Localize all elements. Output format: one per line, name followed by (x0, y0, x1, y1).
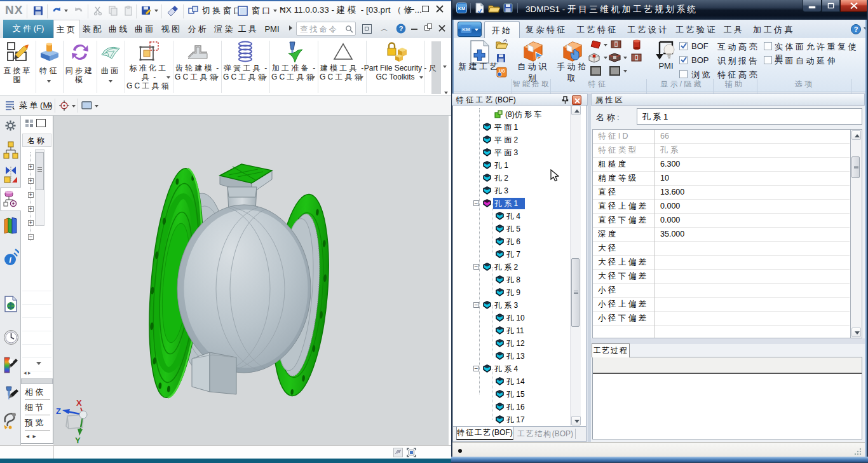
svg-text:Y: Y (75, 436, 81, 445)
svg-text:KM: KM (458, 6, 466, 11)
svg-text:X: X (76, 398, 82, 408)
svg-text:i: i (9, 255, 11, 265)
svg-text:?: ? (399, 25, 403, 32)
svg-text:?: ? (854, 25, 858, 33)
svg-text:Z: Z (56, 406, 61, 416)
svg-text:KM: KM (462, 27, 470, 32)
